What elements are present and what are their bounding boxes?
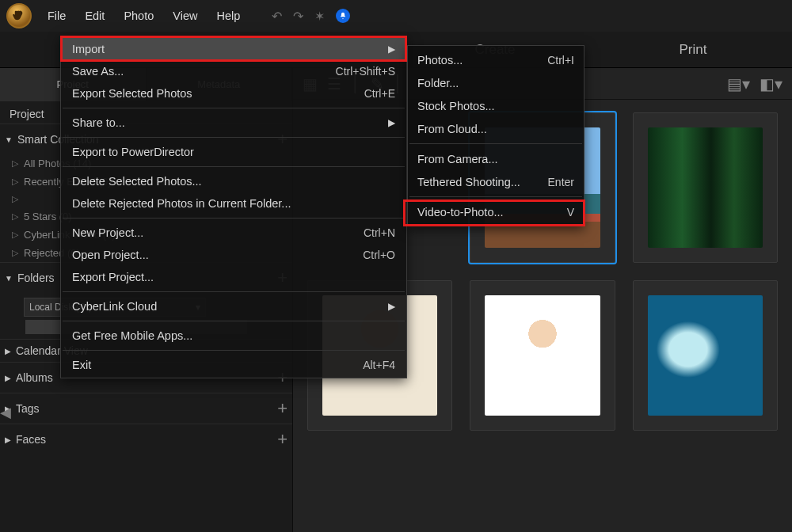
menu-shortcut: Ctrl+Shift+S [336, 65, 395, 78]
import-menu-item[interactable]: From Camera... [408, 147, 584, 170]
menu-shortcut: Ctrl+E [364, 87, 395, 100]
menu-item-label: Delete Selected Photos... [72, 175, 202, 188]
tab-print[interactable]: Print [594, 42, 792, 58]
file-menu-item[interactable]: Export Project... [61, 266, 406, 288]
menu-item-label: CyberLink Cloud [72, 300, 157, 313]
import-menu-item[interactable]: Folder... [408, 71, 584, 94]
arrow-icon: ▷ [6, 177, 24, 187]
menu-shortcut: Ctrl+I [547, 54, 574, 66]
menu-item-label: Stock Photos... [417, 100, 495, 112]
redo-icon[interactable]: ↷ [293, 9, 303, 24]
arrow-icon: ▷ [6, 194, 24, 204]
menu-shortcut: Ctrl+N [364, 226, 395, 239]
chevron-down-icon: ▼ [5, 135, 13, 144]
section-label: Albums [16, 371, 53, 384]
file-menu-item[interactable]: Save As...Ctrl+Shift+S [61, 60, 406, 82]
file-menu: Import▶Save As...Ctrl+Shift+SExport Sele… [60, 36, 407, 378]
menu-item-label: Export Selected Photos [72, 87, 192, 100]
menu-item-label: Share to... [72, 116, 125, 129]
add-icon[interactable]: + [277, 429, 287, 450]
menu-items: File Edit Photo View Help [48, 10, 240, 22]
menu-item-label: Exit [72, 359, 91, 371]
menu-photo[interactable]: Photo [124, 10, 154, 22]
arrow-icon: ▷ [6, 248, 24, 258]
toolbar-sort-icon[interactable]: ▤▾ [724, 74, 753, 93]
menu-file[interactable]: File [48, 10, 66, 22]
file-menu-item[interactable]: Open Project...Ctrl+O [61, 244, 406, 266]
menu-item-label: Tethered Shooting... [417, 176, 520, 188]
file-menu-item[interactable]: Get Free Mobile Apps... [61, 325, 406, 347]
add-icon[interactable]: + [277, 398, 287, 419]
submenu-arrow-icon: ▶ [388, 301, 395, 312]
photo-portrait2[interactable] [470, 280, 615, 431]
file-menu-item[interactable]: New Project...Ctrl+N [61, 222, 406, 244]
arrow-icon: ▷ [6, 230, 24, 240]
section-tags[interactable]: ▶ Tags + [0, 393, 292, 424]
menu-item-label: Export Project... [72, 271, 154, 283]
menu-edit[interactable]: Edit [85, 10, 105, 22]
import-menu-item[interactable]: Stock Photos... [408, 94, 584, 117]
file-menu-item[interactable]: Share to...▶ [61, 112, 406, 134]
settings-icon[interactable]: ✶ [314, 9, 325, 24]
app-logo [6, 3, 32, 28]
undo-icon[interactable]: ↶ [272, 9, 282, 24]
import-menu-item[interactable]: From Cloud... [408, 117, 584, 140]
sidebar-collapse-icon[interactable]: ◀ [0, 404, 11, 421]
file-menu-item[interactable]: ExitAlt+F4 [61, 354, 406, 376]
section-label: Faces [16, 433, 46, 446]
arrow-icon: ▷ [6, 211, 24, 222]
file-menu-item[interactable]: Export Selected PhotosCtrl+E [61, 82, 406, 104]
photo-forest[interactable] [633, 112, 778, 263]
menu-item-label: Photos... [417, 54, 463, 66]
menu-item-label: Get Free Mobile Apps... [72, 329, 192, 342]
menu-shortcut: Enter [548, 176, 574, 188]
menu-item-label: New Project... [72, 226, 143, 239]
menu-item-label: From Camera... [417, 153, 498, 165]
logo-hand-icon [12, 9, 26, 23]
notification-icon[interactable] [336, 9, 350, 23]
menu-shortcut: V [567, 206, 574, 218]
file-menu-item[interactable]: Import▶ [61, 38, 406, 60]
import-menu-item[interactable]: Photos...Ctrl+I [408, 48, 584, 71]
section-label: Tags [16, 402, 40, 415]
photo-wave[interactable] [633, 280, 778, 431]
menubar-right: ↶ ↷ ✶ [272, 9, 350, 24]
menu-item-label: Export to PowerDirector [72, 146, 194, 158]
submenu-arrow-icon: ▶ [388, 117, 395, 128]
menu-item-label: Import [72, 43, 105, 55]
menu-shortcut: Alt+F4 [363, 359, 395, 371]
file-menu-item[interactable]: Export to PowerDirector [61, 141, 406, 163]
import-menu-item[interactable]: Tethered Shooting...Enter [408, 170, 584, 193]
menu-item-label: Video-to-Photo... [417, 206, 504, 218]
menu-item-label: Delete Rejected Photos in Current Folder… [72, 197, 291, 210]
chevron-right-icon: ▶ [5, 374, 11, 382]
menu-item-label: Save As... [72, 65, 124, 78]
menu-item-label: Open Project... [72, 249, 149, 261]
section-faces[interactable]: ▶ Faces + [0, 424, 292, 454]
chevron-right-icon: ▶ [5, 435, 11, 444]
import-menu-item[interactable]: Video-to-Photo...V [408, 200, 584, 223]
submenu-arrow-icon: ▶ [388, 44, 395, 55]
menu-help[interactable]: Help [216, 10, 240, 22]
menu-item-label: From Cloud... [417, 123, 487, 135]
file-menu-item[interactable]: Delete Selected Photos... [61, 170, 406, 192]
file-menu-item[interactable]: CyberLink Cloud▶ [61, 295, 406, 317]
menu-shortcut: Ctrl+O [363, 249, 395, 261]
file-menu-item[interactable]: Delete Rejected Photos in Current Folder… [61, 192, 406, 215]
menu-item-label: Folder... [417, 77, 459, 89]
menu-view[interactable]: View [173, 10, 197, 22]
section-label: Folders [17, 272, 55, 284]
arrow-icon: ▷ [6, 158, 24, 169]
import-submenu: Photos...Ctrl+IFolder...Stock Photos...F… [407, 45, 584, 226]
toolbar-stack-icon[interactable]: ◧▾ [756, 74, 786, 93]
chevron-right-icon: ▶ [5, 347, 11, 355]
chevron-down-icon: ▼ [5, 274, 13, 283]
menubar: File Edit Photo View Help ↶ ↷ ✶ [0, 0, 792, 32]
